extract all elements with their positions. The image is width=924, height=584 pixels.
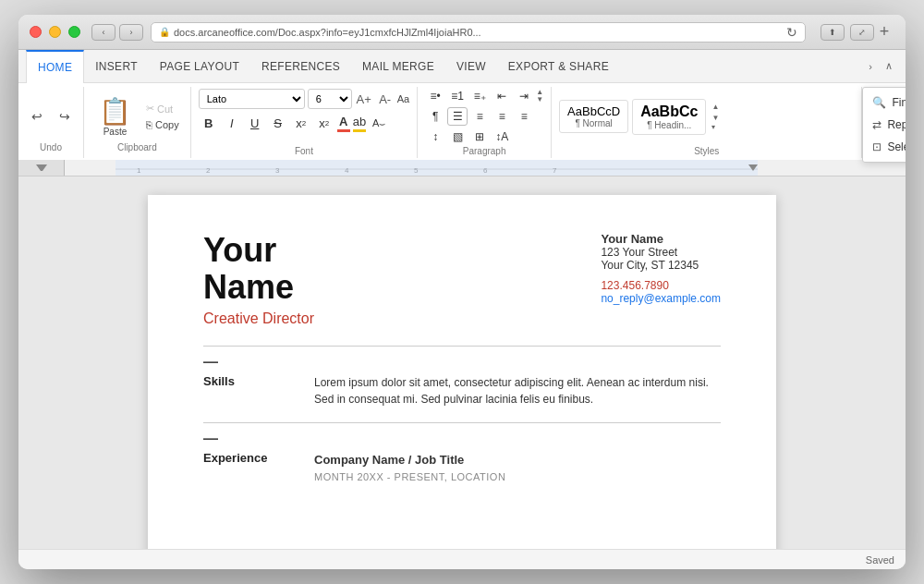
font-size-decrease[interactable]: A- — [376, 90, 395, 108]
borders-button[interactable]: ⊞ — [469, 128, 490, 146]
editing-group: 🔍 Find ⇄ Replace ⊡ Select All Editing — [862, 87, 906, 158]
para-scroll: ▲ ▼ — [536, 89, 543, 103]
find-label: Find — [892, 96, 906, 109]
font-label: Font — [199, 146, 409, 158]
experience-dates: MONTH 20XX - PRESENT, LOCATION — [314, 469, 721, 485]
tab-home[interactable]: HOME — [26, 50, 84, 83]
paste-button[interactable]: 📋 Paste — [91, 91, 139, 142]
superscript-button[interactable]: x2 — [291, 113, 311, 133]
editing-popup: 🔍 Find ⇄ Replace ⊡ Select All — [862, 87, 906, 163]
ruler-svg: 1 2 3 4 5 6 7 — [65, 160, 906, 176]
undo-label: Undo — [24, 142, 78, 154]
para-scroll-down[interactable]: ▼ — [536, 96, 543, 103]
tab-page-layout[interactable]: PAGE LAYOUT — [149, 50, 250, 83]
font-case-toggle[interactable]: Aa — [397, 93, 409, 104]
document-scroll-area[interactable]: Your Name Creative Director Your Name 12… — [18, 176, 906, 549]
copy-button[interactable]: ⎘ Copy — [142, 117, 183, 132]
address-bar[interactable]: 🔒 docs.arcaneoffice.com/Doc.aspx?info=ey… — [151, 22, 806, 43]
decrease-indent[interactable]: ⇤ — [492, 87, 512, 105]
contact-name: Your Name — [601, 232, 721, 246]
maximize-button[interactable] — [68, 26, 80, 38]
back-button[interactable]: ‹ — [91, 24, 116, 41]
styles-scroll-down[interactable]: ▼ — [711, 113, 719, 123]
cut-button[interactable]: ✂ Cut — [142, 101, 183, 116]
find-item[interactable]: 🔍 Find — [863, 91, 906, 114]
font-size-increase[interactable]: A+ — [355, 90, 373, 108]
replace-item[interactable]: ⇄ Replace — [863, 114, 906, 136]
underline-button[interactable]: U — [245, 113, 265, 133]
style-heading-card[interactable]: AaBbCc ¶ Headin... — [632, 99, 706, 135]
tab-references[interactable]: REFERENCES — [250, 50, 351, 83]
tab-insert[interactable]: INSERT — [84, 50, 149, 83]
text-effects-button[interactable]: A⌣ — [369, 113, 389, 133]
bold-button[interactable]: B — [199, 113, 219, 133]
replace-icon: ⇄ — [872, 118, 881, 131]
show-marks-button[interactable]: ¶ — [425, 107, 445, 126]
nav-buttons: ‹ › — [91, 24, 143, 41]
bullets-button[interactable]: ≡• — [425, 87, 445, 105]
font-name-select[interactable]: Lato — [199, 89, 305, 109]
resume-name-block: Your Name Creative Director — [203, 232, 314, 327]
font-size-select[interactable]: 6 — [308, 89, 352, 109]
align-right-button[interactable]: ≡ — [492, 107, 512, 126]
saved-status: Saved — [866, 554, 894, 566]
styles-scroll: ▲ ▼ ▾ — [710, 102, 721, 130]
style-heading-sample: AaBbCc — [640, 103, 698, 120]
styles-scroll-up[interactable]: ▲ — [711, 102, 719, 112]
share-button[interactable]: ⬆ — [821, 24, 845, 41]
font-color-button[interactable]: A — [337, 115, 350, 132]
styles-expand[interactable]: ▾ — [711, 123, 719, 131]
styles-items: AaBbCcD ¶ Normal AaBbCc ¶ Headin... ▲ ▼ … — [559, 87, 854, 146]
align-justify-button[interactable]: ≡ — [514, 107, 534, 126]
reload-button[interactable]: ↻ — [786, 25, 797, 40]
experience-row: Experience Company Name / Job Title MONT… — [203, 451, 721, 484]
font-color-bar — [337, 129, 350, 132]
align-center-button[interactable]: ≡ — [469, 107, 490, 126]
highlight-bar — [353, 129, 366, 132]
minimize-button[interactable] — [49, 26, 61, 38]
tab-export-share[interactable]: EXPORT & SHARE — [497, 50, 620, 83]
ribbon-collapse-button[interactable]: ∧ — [880, 50, 898, 83]
skills-content: Lorem ipsum dolor sit amet, consectetur … — [314, 374, 721, 408]
find-icon: 🔍 — [872, 96, 886, 109]
numbering-button[interactable]: ≡1 — [447, 87, 468, 105]
forward-button[interactable]: › — [119, 24, 143, 41]
contact-address1: 123 Your Street — [601, 246, 721, 259]
shading-button[interactable]: ▧ — [447, 128, 468, 146]
multilevel-list-button[interactable]: ≡₊ — [469, 87, 490, 105]
increase-indent[interactable]: ⇥ — [514, 87, 534, 105]
resume-contact: Your Name 123 Your Street Your City, ST … — [601, 232, 721, 327]
strikethrough-button[interactable]: S — [268, 113, 288, 133]
ribbon-content: ↩ ↪ Undo 📋 Paste ✂ Cut ⎘ — [18, 83, 906, 160]
sort-button[interactable]: ↕A — [492, 128, 512, 146]
line-spacing-button[interactable]: ↕ — [425, 128, 445, 146]
traffic-lights — [30, 26, 80, 38]
font-row2: B I U S x2 x2 A ab A⌣ — [199, 111, 409, 135]
style-normal-label: ¶ Normal — [567, 118, 620, 128]
experience-dash: — — [203, 431, 721, 447]
resume-name-line1: Your — [203, 232, 314, 269]
clipboard-items: 📋 Paste ✂ Cut ⎘ Copy — [91, 91, 183, 142]
align-left-button[interactable]: ☰ — [447, 107, 468, 126]
undo-button[interactable]: ↩ — [24, 105, 50, 128]
ribbon-tab-arrow[interactable]: › — [861, 50, 880, 83]
clipboard-group: 📋 Paste ✂ Cut ⎘ Copy Clipboard — [84, 87, 191, 158]
select-all-item[interactable]: ⊡ Select All — [863, 136, 906, 158]
highlight-button[interactable]: ab — [353, 115, 366, 132]
tab-view[interactable]: VIEW — [445, 50, 497, 83]
italic-button[interactable]: I — [222, 113, 242, 133]
close-button[interactable] — [30, 26, 42, 38]
new-tab-button[interactable]: + — [874, 22, 894, 43]
fullscreen-button[interactable]: ⤢ — [850, 24, 874, 41]
tab-mail-merge[interactable]: MAIL MERGE — [351, 50, 445, 83]
ruler-left — [18, 160, 65, 176]
svg-rect-8 — [116, 160, 758, 176]
window-controls: ⬆ ⤢ — [821, 24, 874, 41]
style-normal-card[interactable]: AaBbCcD ¶ Normal — [559, 100, 628, 133]
subscript-button[interactable]: x2 — [314, 113, 334, 133]
paste-label: Paste — [103, 127, 128, 137]
styles-label: Styles — [559, 146, 854, 158]
redo-button[interactable]: ↪ — [52, 105, 78, 128]
document-page[interactable]: Your Name Creative Director Your Name 12… — [148, 195, 776, 549]
contact-phone: 123.456.7890 — [601, 279, 721, 292]
